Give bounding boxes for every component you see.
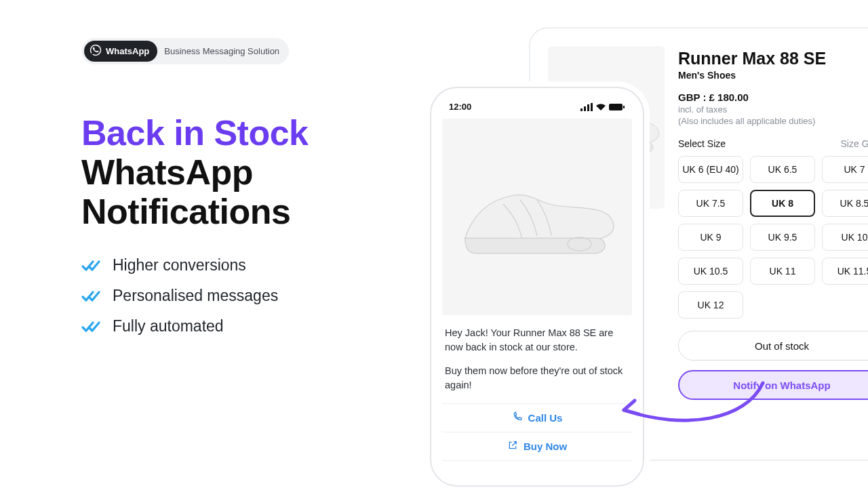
whatsapp-brand-text: WhatsApp: [106, 46, 149, 56]
svg-rect-4: [591, 103, 593, 111]
benefit-item: Higher conversions: [81, 256, 393, 274]
size-option[interactable]: UK 11.5: [822, 258, 868, 285]
phone-status-icons: [580, 103, 625, 111]
double-check-icon: [81, 289, 102, 302]
out-of-stock-label: Out of stock: [755, 340, 809, 352]
badge-subtitle: Business Messaging Solution: [164, 46, 279, 56]
whatsapp-icon: [90, 44, 102, 58]
double-check-icon: [81, 319, 102, 333]
message-line-2: Buy them now before they're out of stock…: [445, 364, 629, 392]
wifi-icon: [595, 103, 606, 111]
size-option[interactable]: UK 9: [678, 224, 743, 251]
external-link-icon: [507, 440, 518, 453]
headline-line3: Notifications: [81, 192, 290, 231]
size-option[interactable]: UK 11: [750, 258, 815, 285]
svg-rect-5: [609, 104, 623, 110]
size-grid: UK 6 (EU 40)UK 6.5UK 7UK 7.5UK 8UK 8.5UK…: [678, 156, 868, 319]
size-option[interactable]: UK 7.5: [678, 190, 743, 217]
benefits-list: Higher conversionsPersonalised messagesF…: [81, 256, 393, 336]
page-headline: Back in Stock WhatsApp Notifications: [81, 113, 393, 232]
call-us-label: Call Us: [528, 412, 563, 424]
phone-clock: 12:00: [449, 102, 471, 112]
benefit-text: Fully automated: [113, 317, 224, 336]
phone-icon: [512, 411, 523, 424]
benefit-text: Higher conversions: [113, 256, 246, 274]
phone-product-image: [442, 119, 632, 315]
svg-rect-1: [580, 108, 583, 111]
call-us-button[interactable]: Call Us: [442, 404, 632, 432]
product-subtitle: Men's Shoes: [678, 70, 868, 81]
size-option[interactable]: UK 8.5: [822, 190, 868, 217]
whatsapp-message: Hey Jack! Your Runner Max 88 SE are now …: [442, 326, 632, 392]
size-option[interactable]: UK 12: [678, 291, 743, 319]
message-line-1: Hey Jack! Your Runner Max 88 SE are now …: [445, 326, 629, 354]
headline-line2: WhatsApp: [81, 152, 253, 192]
headline-accent: Back in Stock: [81, 113, 309, 152]
svg-rect-2: [584, 106, 586, 111]
product-title: Runner Max 88 SE: [678, 49, 868, 68]
product-duties-note: (Also includes all applicable duties): [678, 116, 868, 126]
buy-now-button[interactable]: Buy Now: [442, 432, 632, 461]
product-tax-note: incl. of taxes: [678, 104, 868, 115]
phone-mockup: 12:00 Hey Jack! Your Runner Max 88 SE ar…: [430, 87, 644, 487]
benefit-text: Personalised messages: [113, 287, 278, 305]
buy-now-label: Buy Now: [524, 441, 567, 452]
size-option[interactable]: UK 10.5: [678, 258, 743, 285]
size-guide-link[interactable]: Size Guide: [841, 138, 868, 149]
size-option[interactable]: UK 9.5: [750, 224, 815, 251]
out-of-stock-button: Out of stock: [678, 331, 868, 361]
benefit-item: Personalised messages: [81, 287, 393, 305]
svg-rect-3: [587, 104, 589, 111]
size-option[interactable]: UK 10: [822, 224, 868, 251]
notify-whatsapp-button[interactable]: Notify on WhatsApp: [678, 370, 868, 400]
size-label: Select Size: [678, 138, 726, 149]
size-option[interactable]: UK 6 (EU 40): [678, 156, 743, 183]
product-price: GBP : £ 180.00: [678, 92, 868, 103]
benefit-item: Fully automated: [81, 317, 393, 336]
size-option[interactable]: UK 7: [822, 156, 868, 183]
battery-icon: [609, 103, 625, 111]
whatsapp-pill: WhatsApp: [84, 41, 157, 62]
double-check-icon: [81, 258, 102, 272]
whatsapp-badge: WhatsApp Business Messaging Solution: [81, 38, 289, 64]
size-option[interactable]: UK 6.5: [750, 156, 815, 183]
svg-rect-6: [623, 106, 625, 108]
notify-whatsapp-label: Notify on WhatsApp: [733, 380, 830, 391]
cellular-icon: [580, 103, 593, 111]
size-option[interactable]: UK 8: [750, 190, 815, 217]
